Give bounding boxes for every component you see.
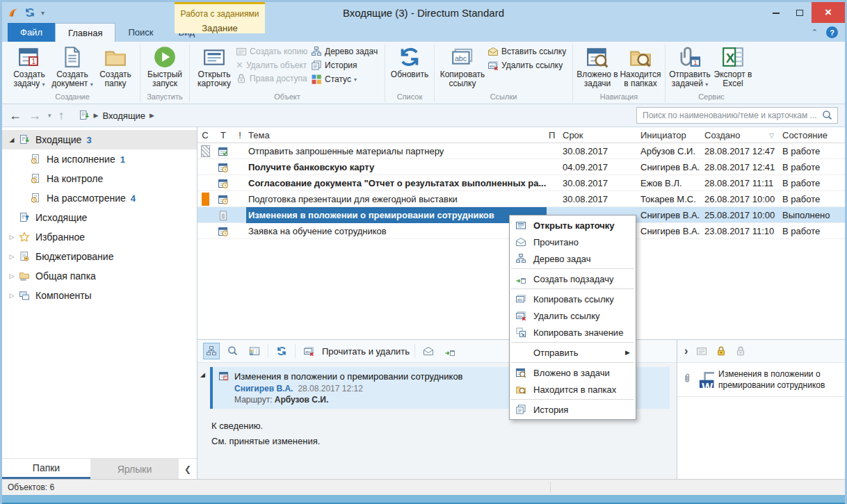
help-icon[interactable]: ?	[826, 26, 838, 38]
expander-closed-icon[interactable]: ▷	[8, 253, 16, 260]
sidebar-item-outbox[interactable]: Исходящие	[2, 208, 197, 227]
sort-descending-icon[interactable]: ▽	[769, 132, 778, 139]
tab-task-contextual[interactable]: Задание	[175, 23, 265, 33]
sidebar-item-for-execution[interactable]: На исполнение1	[2, 149, 197, 169]
history-button[interactable]: История	[311, 60, 382, 71]
col-header-t: Т	[213, 127, 234, 143]
search-icon[interactable]	[822, 110, 833, 121]
up-icon[interactable]: ↑	[58, 108, 65, 123]
collapse-sidebar-icon[interactable]: ❮	[179, 459, 197, 479]
menu-mark-read[interactable]: Прочитано	[510, 234, 636, 250]
attachment-item[interactable]: Изменения в положении о премировании сот…	[677, 363, 845, 397]
menu-send[interactable]: Отправить▶	[510, 344, 636, 361]
table-row[interactable]: Согласование документа "Отчет о результа…	[197, 175, 845, 191]
ribbon-group-run: Быстрый запуск Запустить	[140, 43, 189, 104]
minimize-button[interactable]	[764, 2, 788, 23]
col-header-state: Состояние	[780, 127, 845, 143]
back-icon[interactable]: ←	[9, 108, 22, 123]
located-in-folders-button[interactable]: Находится в папках	[619, 43, 662, 88]
export-excel-button[interactable]: Экспорт в Excel	[711, 43, 755, 88]
expand-attachments-icon[interactable]: ›	[684, 345, 688, 357]
sidebar-item-favorites[interactable]: ▷ Избранное	[2, 227, 197, 247]
copy-link-button[interactable]: Копировать ссылку	[437, 43, 487, 88]
task-list-header[interactable]: С Т ! Тема П Срок Инициатор Создано▽ Сос…	[197, 127, 845, 143]
tab-shortcuts[interactable]: Ярлыки	[90, 459, 179, 479]
delete-object-button[interactable]: ✕Удалить объект	[236, 60, 311, 70]
tab-home[interactable]: Главная	[55, 23, 115, 42]
menu-copy-link[interactable]: Копировать ссылку	[510, 291, 636, 307]
menu-task-tree[interactable]: Дерево задач	[510, 250, 636, 267]
expander-closed-icon[interactable]: ▷	[8, 292, 16, 299]
sidebar-item-for-review[interactable]: На рассмотрение4	[2, 188, 197, 208]
menu-create-subtask[interactable]: Создать подзадачу	[510, 270, 636, 287]
menu-history[interactable]: История	[510, 401, 636, 418]
paperclip-icon	[681, 373, 693, 384]
menu-located-in-folders[interactable]: Находится в папках	[510, 381, 636, 398]
tab-folders[interactable]: Папки	[2, 459, 90, 479]
insert-link-button[interactable]: Вставить ссылку	[487, 46, 570, 57]
menu-attached-in-tasks[interactable]: Вложено в задачи	[510, 364, 636, 381]
breadcrumb-folder[interactable]: Входящие	[102, 111, 145, 121]
attached-in-tasks-button[interactable]: Вложено в задачи	[576, 43, 619, 88]
create-subtask-button[interactable]	[442, 343, 458, 359]
mark-read-button[interactable]	[420, 343, 437, 359]
route-view-button[interactable]	[203, 343, 220, 359]
menu-copy-value[interactable]: Копировать значение	[510, 324, 636, 341]
dropdown-caret: ▾	[42, 81, 45, 88]
close-button[interactable]: ×	[812, 2, 845, 23]
quick-access-caret-icon[interactable]: ▾	[41, 9, 45, 17]
unlock-icon[interactable]	[735, 346, 746, 357]
maximize-button[interactable]	[788, 2, 812, 23]
tab-search[interactable]: Поиск	[115, 23, 166, 42]
expander-open-icon[interactable]: ◢	[200, 371, 205, 378]
delete-link-icon	[303, 346, 314, 357]
table-row[interactable]: Получите банковскую карту 04.09.2017 Сни…	[197, 159, 845, 175]
folders-sidebar: ◢ Входящие3 На исполнение1 На контроле Н…	[2, 127, 197, 479]
send-as-task-button[interactable]: Отправить задачей ▾	[668, 43, 711, 89]
task-tree-button[interactable]: Дерево задач	[311, 46, 382, 57]
delete-link-button[interactable]: Удалить ссылку	[487, 60, 570, 71]
preview-title: Изменения в положении о премировании сот…	[234, 371, 463, 382]
tab-file[interactable]: Файл	[8, 23, 55, 42]
create-document-button[interactable]: Создать документ ▾	[51, 43, 94, 89]
create-task-button[interactable]: Создать задачу ▾	[8, 43, 51, 89]
zoom-view-button[interactable]	[225, 343, 241, 359]
grid-view-button[interactable]	[246, 343, 263, 359]
history-caret-icon[interactable]: ▾	[48, 112, 51, 119]
sidebar-item-budgeting[interactable]: ▷ Бюджетирование	[2, 247, 197, 266]
ribbon-group-create: Создать задачу ▾ Создать документ ▾ Созд…	[5, 43, 140, 104]
quick-run-button[interactable]: Быстрый запуск	[143, 43, 186, 88]
status-button[interactable]: Статус ▾	[311, 74, 382, 85]
task-clock-icon	[218, 226, 229, 237]
card-icon[interactable]	[696, 346, 707, 357]
read-and-delete-icon[interactable]	[300, 343, 317, 359]
sidebar-item-shared-folder[interactable]: ▷ Общая папка	[2, 266, 197, 286]
open-card-button[interactable]: Открыть карточку	[193, 43, 236, 88]
search-input[interactable]	[641, 110, 822, 121]
inbox-icon	[79, 110, 90, 121]
expander-closed-icon[interactable]: ▷	[8, 234, 16, 241]
forward-icon[interactable]: →	[29, 108, 41, 123]
refresh-preview-button[interactable]	[273, 343, 290, 359]
sidebar-item-inbox[interactable]: ◢ Входящие3	[2, 130, 197, 149]
collapse-ribbon-icon[interactable]: ⌃	[812, 28, 818, 37]
read-and-delete-button[interactable]: Прочитать и удалить	[322, 346, 410, 357]
create-copy-button[interactable]: Создать копию	[236, 46, 311, 57]
breadcrumb-arrow-icon[interactable]: ▶	[94, 112, 99, 119]
menu-delete-link[interactable]: Удалить ссылку	[510, 307, 636, 324]
refresh-icon[interactable]	[24, 7, 35, 18]
table-row[interactable]: Отправить запрошенные материалы партнеру…	[197, 143, 845, 159]
envelope-icon	[423, 346, 434, 357]
create-folder-button[interactable]: Создать папку	[94, 43, 137, 88]
access-rights-button[interactable]: Права доступа	[236, 73, 311, 84]
expander-closed-icon[interactable]: ▷	[8, 273, 16, 279]
sidebar-item-components[interactable]: ▷ Компоненты	[2, 286, 197, 305]
refresh-list-button[interactable]: Обновить	[388, 43, 431, 79]
lock-icon[interactable]	[716, 346, 727, 357]
table-row[interactable]: Подготовка презентации для ежегодной выс…	[197, 191, 845, 207]
breadcrumb-arrow-icon[interactable]: ▶	[150, 112, 154, 119]
clock-task-icon	[30, 154, 41, 165]
menu-open-card[interactable]: Открыть карточку	[510, 217, 636, 234]
sidebar-item-on-control[interactable]: На контроле	[2, 169, 197, 188]
expander-open-icon[interactable]: ◢	[8, 136, 16, 143]
